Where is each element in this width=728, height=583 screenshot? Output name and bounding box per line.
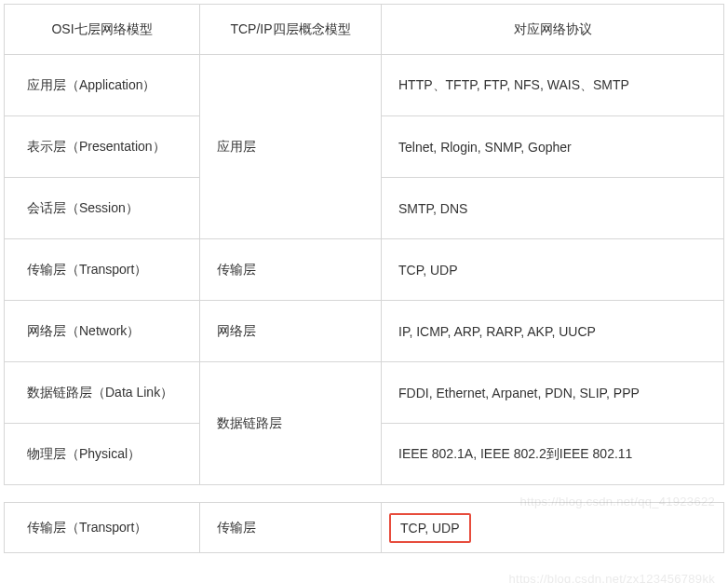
network-model-table: OSI七层网络模型 TCP/IP四层概念模型 对应网络协议 应用层（Applic… — [4, 4, 724, 485]
table-row: 数据链路层（Data Link） 数据链路层 FDDI, Ethernet, A… — [5, 362, 724, 424]
cell-proto: SMTP, DNS — [382, 178, 724, 239]
transport-snippet-table: 传输层（Transport） 传输层 TCP, UDP — [4, 502, 724, 553]
header-tcpip: TCP/IP四层概念模型 — [200, 5, 382, 55]
table-row: 应用层（Application） 应用层 HTTP、TFTP, FTP, NFS… — [5, 55, 724, 116]
cell-proto: HTTP、TFTP, FTP, NFS, WAIS、SMTP — [382, 55, 724, 116]
cell-proto: IP, ICMP, ARP, RARP, AKP, UUCP — [382, 301, 724, 362]
cell-osi: 数据链路层（Data Link） — [5, 362, 200, 424]
cell-osi: 网络层（Network） — [5, 301, 200, 362]
snippet-tcpip: 传输层 — [200, 503, 382, 553]
cell-tcpip: 传输层 — [200, 239, 382, 301]
watermark-text: https://blog.csdn.net/zx123456789kk — [508, 572, 715, 583]
header-proto: 对应网络协议 — [382, 5, 724, 55]
cell-proto: TCP, UDP — [382, 239, 724, 301]
cell-proto: IEEE 802.1A, IEEE 802.2到IEEE 802.11 — [382, 424, 724, 485]
table-row: 传输层（Transport） 传输层 TCP, UDP — [5, 503, 724, 553]
table-row: 传输层（Transport） 传输层 TCP, UDP — [5, 239, 724, 301]
cell-osi: 应用层（Application） — [5, 55, 200, 116]
highlighted-protocol: TCP, UDP — [389, 513, 471, 543]
cell-tcpip: 数据链路层 — [200, 362, 382, 485]
cell-osi: 物理层（Physical） — [5, 424, 200, 485]
table-row: 网络层（Network） 网络层 IP, ICMP, ARP, RARP, AK… — [5, 301, 724, 362]
table-header-row: OSI七层网络模型 TCP/IP四层概念模型 对应网络协议 — [5, 5, 724, 55]
cell-osi: 会话层（Session） — [5, 178, 200, 239]
snippet-osi: 传输层（Transport） — [5, 503, 200, 553]
snippet-proto: TCP, UDP — [382, 503, 724, 553]
cell-proto: FDDI, Ethernet, Arpanet, PDN, SLIP, PPP — [382, 362, 724, 424]
header-osi: OSI七层网络模型 — [5, 5, 200, 55]
cell-proto: Telnet, Rlogin, SNMP, Gopher — [382, 116, 724, 178]
cell-tcpip: 应用层 — [200, 55, 382, 239]
cell-osi: 传输层（Transport） — [5, 239, 200, 301]
cell-osi: 表示层（Presentation） — [5, 116, 200, 178]
cell-tcpip: 网络层 — [200, 301, 382, 362]
